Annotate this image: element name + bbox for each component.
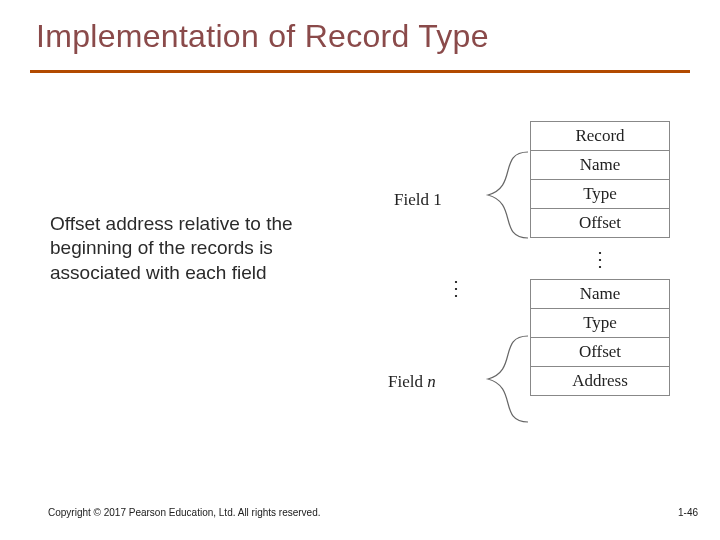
cell-fieldn-type: Type: [530, 308, 670, 338]
cell-field1-offset: Offset: [530, 208, 670, 238]
record-layout-diagram: Record Name Type Offset ⋮ Name Type Offs…: [380, 116, 680, 476]
body-paragraph: Offset address relative to the beginning…: [50, 212, 360, 285]
label-field-1: Field 1: [394, 190, 442, 210]
slide-title: Implementation of Record Type: [36, 18, 489, 55]
cell-record: Record: [530, 121, 670, 151]
title-underline: [30, 70, 690, 73]
copyright-text: Copyright © 2017 Pearson Education, Ltd.…: [48, 507, 321, 518]
brace-field-1: [458, 152, 528, 238]
memory-stack: Record Name Type Offset ⋮ Name Type Offs…: [530, 122, 670, 396]
ellipsis-row: ⋮: [530, 238, 670, 280]
cell-fieldn-name: Name: [530, 279, 670, 309]
label-fieldn-prefix: Field: [388, 372, 427, 391]
label-fieldn-var: n: [427, 372, 436, 391]
cell-address: Address: [530, 366, 670, 396]
cell-field1-name: Name: [530, 150, 670, 180]
mid-vertical-ellipsis-icon: ⋮: [446, 276, 466, 300]
page-number: 1-46: [678, 507, 698, 518]
cell-fieldn-offset: Offset: [530, 337, 670, 367]
vertical-ellipsis-icon: ⋮: [590, 254, 610, 264]
label-field-n: Field n: [388, 372, 436, 392]
brace-field-n: [458, 336, 528, 422]
cell-field1-type: Type: [530, 179, 670, 209]
